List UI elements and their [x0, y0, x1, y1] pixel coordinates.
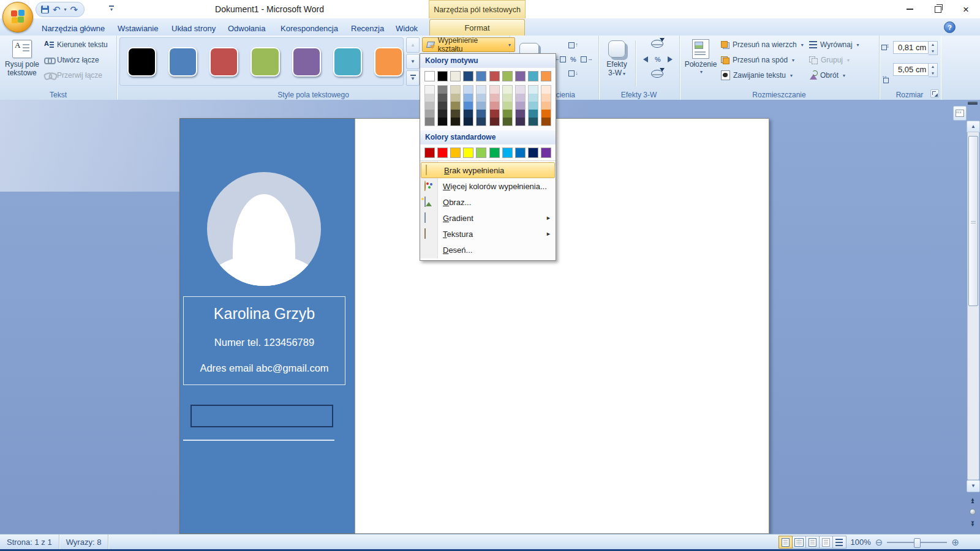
print-layout-view-button[interactable] [778, 536, 793, 549]
color-swatch[interactable] [251, 47, 279, 77]
color-swatch[interactable] [503, 118, 512, 126]
color-swatch[interactable] [451, 94, 460, 102]
contact-info-textbox[interactable]: Karolina Grzyb Numer tel. 123456789 Adre… [183, 296, 345, 385]
draw-textbox-button[interactable]: Rysuj pole tekstowe [3, 38, 41, 87]
shape-fill-button[interactable]: Wypełnienie kształtu ▾ [422, 37, 515, 52]
tab-korespondencja[interactable]: Korespondencja [274, 21, 344, 36]
shadow-nudge-down-button[interactable]: ↓ [567, 67, 580, 79]
color-swatch[interactable] [541, 71, 551, 81]
color-swatch[interactable] [425, 118, 434, 126]
create-link-button[interactable]: Utwórz łącze [44, 54, 99, 66]
effects-3d-toggle-button[interactable]: % [651, 53, 665, 65]
color-swatch[interactable] [374, 47, 403, 77]
color-swatch[interactable] [451, 86, 460, 94]
color-swatch[interactable] [463, 148, 473, 158]
scrollbar-thumb[interactable] [968, 136, 978, 306]
color-swatch[interactable] [541, 148, 551, 158]
color-swatch[interactable] [438, 110, 447, 118]
color-swatch[interactable] [516, 86, 525, 94]
menu-item-picture[interactable]: Obraz... [420, 194, 556, 210]
color-swatch[interactable] [477, 94, 486, 102]
color-swatch[interactable] [503, 86, 512, 94]
color-swatch[interactable] [529, 110, 538, 118]
effects-3d-button[interactable]: Efekty 3-W▾ [602, 38, 631, 88]
scrollbar-track[interactable] [967, 132, 979, 480]
shape-width-input[interactable]: 5,05 cm [893, 63, 929, 76]
color-swatch[interactable] [209, 47, 238, 77]
scroll-down-button[interactable]: ▼ [967, 480, 980, 492]
fullscreen-reading-view-button[interactable] [792, 536, 806, 549]
color-swatch[interactable] [476, 71, 486, 81]
shadow-nudge-right-button[interactable]: → [580, 53, 594, 65]
color-swatch[interactable] [529, 94, 538, 102]
color-swatch[interactable] [438, 118, 447, 126]
close-button[interactable]: × [952, 0, 980, 18]
color-swatch[interactable] [503, 102, 512, 110]
menu-item-texture[interactable]: Tekstura ► [420, 226, 556, 242]
rotate-button[interactable]: Obrót ▾ [809, 69, 845, 81]
bring-to-front-button[interactable]: Przesuń na wierzch ▾ [721, 39, 804, 51]
text-wrapping-button[interactable]: Zawijanie tekstu ▾ [721, 69, 793, 81]
color-swatch[interactable] [437, 148, 448, 158]
color-swatch[interactable] [438, 86, 447, 94]
color-swatch[interactable] [451, 102, 460, 110]
zoom-out-button[interactable]: ⊖ [875, 538, 883, 547]
height-spinner[interactable]: ▲▼ [929, 41, 938, 55]
color-swatch[interactable] [477, 102, 486, 110]
redo-icon[interactable]: ↷ [70, 5, 78, 14]
color-swatch[interactable] [541, 102, 551, 110]
page-count[interactable]: Strona: 1 z 1 [0, 534, 59, 550]
color-swatch[interactable] [451, 110, 460, 118]
color-swatch[interactable] [450, 71, 461, 81]
avatar[interactable] [207, 172, 321, 286]
color-swatch[interactable] [528, 71, 538, 81]
width-spinner[interactable]: ▲▼ [929, 63, 938, 77]
tab-wstawianie[interactable]: Wstawianie [111, 21, 164, 36]
send-to-back-button[interactable]: Przesuń na spód ▾ [721, 54, 794, 66]
color-swatch[interactable] [451, 118, 460, 126]
color-swatch[interactable] [424, 148, 435, 158]
menu-item-more-fill-colors[interactable]: Więcej kolorów wypełnienia... [420, 178, 556, 194]
tilt-left-button[interactable] [639, 53, 652, 65]
color-swatch[interactable] [541, 110, 551, 118]
tab-widok[interactable]: Widok [390, 21, 424, 36]
tilt-down-button[interactable] [649, 38, 666, 50]
minimize-button[interactable] [895, 0, 924, 18]
color-swatch[interactable] [464, 94, 473, 102]
gallery-more-button[interactable]: ▼ [406, 70, 420, 86]
color-swatch[interactable] [516, 94, 525, 102]
color-swatch[interactable] [464, 118, 473, 126]
menu-item-no-fill[interactable]: Brak wypełnienia [421, 162, 555, 178]
color-swatch[interactable] [541, 118, 551, 126]
color-swatch[interactable] [541, 94, 551, 102]
selected-empty-textbox[interactable] [190, 405, 333, 427]
color-swatch[interactable] [490, 110, 499, 118]
restore-button[interactable] [924, 0, 952, 18]
split-handle[interactable] [968, 102, 978, 105]
tab-recenzja[interactable]: Recenzja [345, 21, 390, 36]
color-swatch[interactable] [489, 148, 500, 158]
draft-view-button[interactable] [832, 536, 846, 549]
zoom-slider-handle[interactable] [914, 538, 921, 548]
color-swatch[interactable] [529, 118, 538, 126]
color-swatch[interactable] [450, 148, 461, 158]
text-direction-button[interactable]: Kierunek tekstu [44, 39, 108, 51]
color-swatch[interactable] [502, 71, 513, 81]
color-swatch[interactable] [515, 71, 526, 81]
zoom-slider[interactable] [887, 538, 947, 547]
color-swatch[interactable] [425, 110, 434, 118]
gallery-scroll-down-button[interactable]: ▼ [406, 54, 420, 69]
color-swatch[interactable] [333, 47, 362, 77]
color-swatch[interactable] [437, 71, 448, 81]
menu-item-gradient[interactable]: Gradient ► [420, 210, 556, 226]
tab-format-active[interactable]: Format [429, 19, 525, 36]
color-swatch[interactable] [477, 110, 486, 118]
ruler-toggle-button[interactable] [953, 106, 967, 121]
color-swatch[interactable] [541, 86, 551, 94]
color-swatch[interactable] [503, 94, 512, 102]
color-swatch[interactable] [464, 110, 473, 118]
color-swatch[interactable] [438, 102, 447, 110]
select-browse-object-button[interactable] [967, 507, 979, 517]
color-swatch[interactable] [516, 118, 525, 126]
scroll-up-button[interactable]: ▲ [967, 121, 980, 133]
